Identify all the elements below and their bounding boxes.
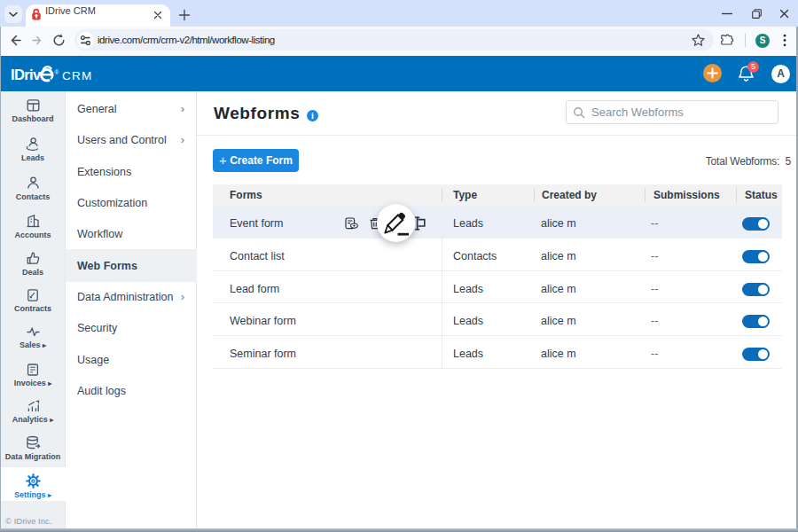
svg-text:®: ®: [55, 69, 59, 75]
